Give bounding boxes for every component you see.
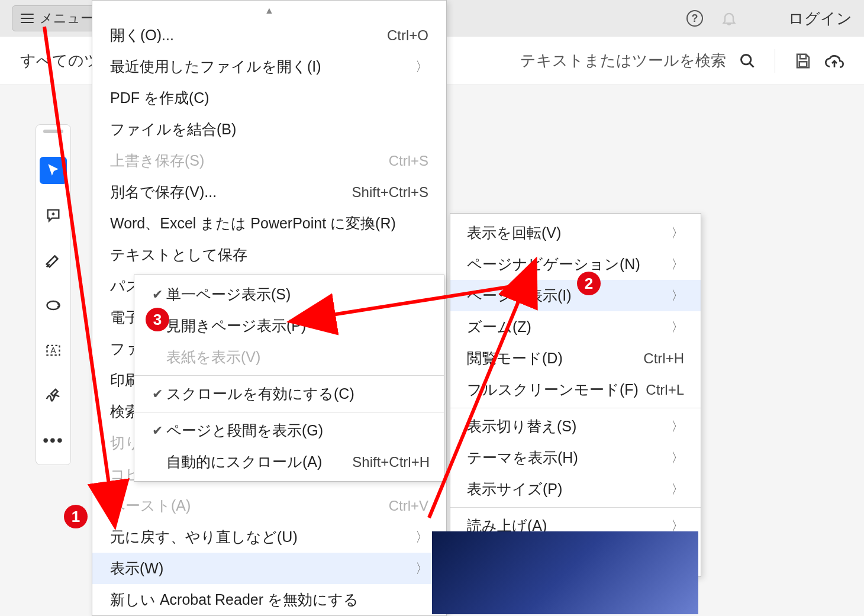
annotation-badge-2: 2: [577, 272, 601, 295]
page-gaps[interactable]: ✔ページと段間を表示(G): [134, 415, 444, 446]
chevron-right-icon: 〉: [415, 528, 428, 546]
svg-rect-1: [799, 62, 807, 67]
chevron-right-icon: 〉: [415, 58, 428, 76]
menu-open[interactable]: 開く(O)...Ctrl+O: [92, 20, 446, 51]
chevron-right-icon: 〉: [671, 256, 684, 273]
tool-rail: A •••: [36, 124, 71, 465]
view-theme[interactable]: テーマを表示(H)〉: [450, 442, 701, 473]
search-placeholder-text[interactable]: テキストまたはツールを検索: [520, 50, 726, 71]
menu-separator: [450, 507, 701, 508]
page-auto-scroll[interactable]: 自動的にスクロール(A)Shift+Ctrl+H: [134, 446, 444, 478]
page-display-submenu: ✔単一ページ表示(S) 見開きページ表示(P) 表紙を表示(V) ✔スクロールを…: [134, 275, 444, 482]
menu-recent[interactable]: 最近使用したファイルを開く(I)〉: [92, 51, 446, 82]
menu-undo[interactable]: 元に戻す、やり直しなど(U)〉: [92, 521, 446, 553]
menu-scroll-up-icon[interactable]: ▲: [92, 4, 446, 20]
bell-icon[interactable]: [721, 10, 737, 27]
menu-save-text[interactable]: テキストとして保存: [92, 239, 446, 270]
tool-sign[interactable]: [40, 382, 67, 409]
rail-handle[interactable]: [43, 130, 63, 133]
view-read-mode[interactable]: 閲覧モード(D)Ctrl+H: [450, 343, 701, 374]
menu-separator: [450, 408, 701, 408]
chevron-right-icon: 〉: [671, 287, 684, 305]
menu-view[interactable]: 表示(W)〉: [92, 553, 446, 584]
document-thumbnail: [432, 531, 698, 614]
menu-combine[interactable]: ファイルを結合(B): [92, 114, 446, 145]
page-scroll[interactable]: ✔スクロールを有効にする(C): [134, 378, 444, 409]
menu-paste: ペースト(A)Ctrl+V: [92, 490, 446, 521]
menu-separator: [134, 412, 444, 412]
view-page-display[interactable]: ページを表示(I)〉: [450, 280, 701, 311]
check-icon: ✔: [149, 386, 166, 402]
tool-highlight[interactable]: [40, 247, 67, 274]
view-rotate[interactable]: 表示を回転(V)〉: [450, 217, 701, 249]
tool-more[interactable]: •••: [40, 427, 67, 454]
annotation-badge-1: 1: [64, 505, 88, 528]
save-icon[interactable]: [794, 52, 812, 70]
view-page-nav[interactable]: ページナビゲーション(N)〉: [450, 249, 701, 280]
check-icon: ✔: [149, 423, 166, 438]
menu-create-pdf[interactable]: PDF を作成(C): [92, 82, 446, 114]
page-spread[interactable]: 見開きページ表示(P): [134, 310, 444, 341]
view-zoom[interactable]: ズーム(Z)〉: [450, 311, 701, 343]
page-single[interactable]: ✔単一ページ表示(S): [134, 279, 444, 310]
check-icon: ✔: [149, 287, 166, 302]
search-icon[interactable]: [739, 53, 756, 69]
apps-icon[interactable]: [755, 11, 770, 26]
cloud-upload-icon[interactable]: [825, 51, 844, 70]
chevron-right-icon: 〉: [671, 449, 684, 467]
menu-button-label: メニュー: [40, 9, 94, 27]
chevron-right-icon: 〉: [415, 560, 428, 578]
menu-button[interactable]: メニュー: [12, 5, 102, 31]
chevron-right-icon: 〉: [671, 318, 684, 336]
page-cover: 表紙を表示(V): [134, 341, 444, 373]
menu-separator: [134, 375, 444, 376]
chevron-right-icon: 〉: [671, 418, 684, 436]
menu-save: 上書き保存(S)Ctrl+S: [92, 145, 446, 176]
tool-comment[interactable]: [40, 202, 67, 229]
chevron-right-icon: 〉: [671, 480, 684, 498]
view-submenu: 表示を回転(V)〉 ページナビゲーション(N)〉 ページを表示(I)〉 ズーム(…: [450, 213, 701, 577]
tool-select[interactable]: [40, 157, 67, 184]
view-size[interactable]: 表示サイズ(P)〉: [450, 473, 701, 505]
svg-point-0: [742, 54, 751, 64]
view-fullscreen[interactable]: フルスクリーンモード(F)Ctrl+L: [450, 374, 701, 405]
login-button[interactable]: ログイン: [788, 8, 852, 29]
annotation-badge-3: 3: [146, 308, 169, 331]
tool-text-box[interactable]: A: [40, 337, 67, 364]
hamburger-icon: [21, 14, 34, 23]
view-switch[interactable]: 表示切り替え(S)〉: [450, 411, 701, 442]
menu-disable-new[interactable]: 新しい Acrobat Reader を無効にする: [92, 584, 446, 615]
toolbar-divider: [775, 49, 775, 73]
help-icon[interactable]: ?: [686, 10, 703, 27]
menu-save-as[interactable]: 別名で保存(V)...Shift+Ctrl+S: [92, 176, 446, 208]
tool-eraser[interactable]: [40, 292, 67, 319]
chevron-right-icon: 〉: [671, 224, 684, 242]
menu-convert[interactable]: Word、Excel または PowerPoint に変換(R): [92, 208, 446, 239]
svg-text:A: A: [50, 346, 56, 355]
